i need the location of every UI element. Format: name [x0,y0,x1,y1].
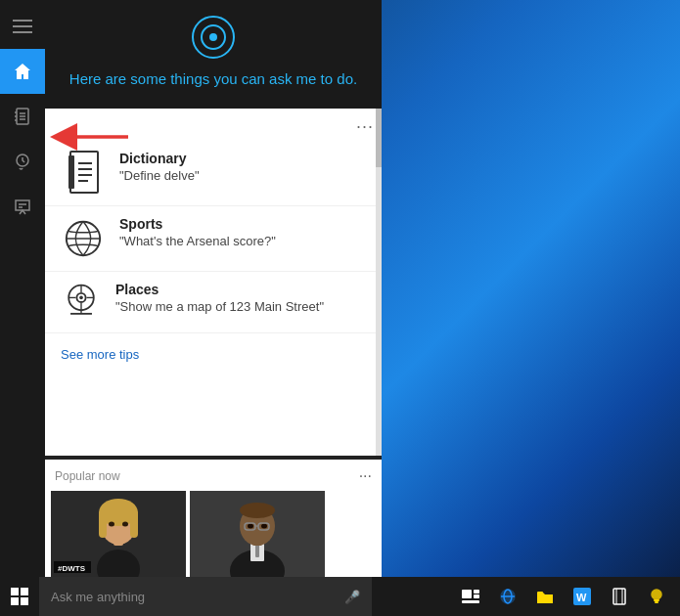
svg-rect-60 [474,590,479,594]
taskbar-search-bar[interactable]: Ask me anything 🎤 [39,577,372,616]
svg-rect-1 [13,25,32,27]
svg-point-23 [79,296,83,300]
cortana-logo-inner [201,24,226,50]
file-explorer-svg [536,589,554,604]
dictionary-icon [61,151,106,196]
sidebar-item-home[interactable] [0,49,45,94]
dictionary-tip-text: Dictionary "Define delve" [119,151,366,183]
see-more-tips-link[interactable]: See more tips [45,333,382,375]
svg-text:W: W [576,592,587,603]
svg-rect-35 [99,510,107,538]
sports-icon [61,216,106,261]
cortana-panel: Here are some things you can ask me to d… [0,0,382,577]
svg-point-48 [248,524,253,529]
svg-point-37 [109,522,114,527]
sports-title: Sports [119,216,366,232]
popular-images-container: #DWTS [45,491,382,577]
flash-svg [612,588,627,605]
svg-rect-62 [462,600,479,603]
taskbar-icons: W [455,577,680,616]
sidebar-item-reminders[interactable] [0,139,45,184]
internet-explorer-icon[interactable] [492,577,523,616]
tip-places: Places "Show me a map of 123 Main Street… [45,272,382,333]
svg-rect-13 [70,152,98,193]
svg-rect-55 [11,588,19,595]
task-view-icon[interactable] [455,577,486,616]
reminders-icon [13,152,32,171]
dictionary-desc: "Define delve" [119,168,366,183]
cortana-logo [192,16,235,59]
popular-now-section: Popular now ··· [45,460,382,577]
svg-rect-14 [68,155,74,189]
popular-image-2[interactable] [190,491,325,577]
person1-background: #DWTS [51,491,186,577]
home-icon [13,62,32,81]
places-desc: "Show me a map of 123 Main Street" [115,299,366,314]
word-svg: W [573,588,591,605]
places-svg [63,282,100,323]
taskbar: Ask me anything 🎤 [0,577,680,616]
places-icon [61,282,102,323]
popular-now-label: Popular now [55,469,120,483]
svg-text:#DWTS: #DWTS [58,564,86,573]
scroll-indicator[interactable] [376,109,382,456]
cortana-sidebar [0,0,45,577]
tips-header: ··· [45,109,382,141]
svg-point-72 [652,590,661,599]
sidebar-item-feedback[interactable] [0,184,45,229]
tips-more-button[interactable]: ··· [356,116,374,137]
places-title: Places [115,282,366,297]
tip-sports: Sports "What's the Arsenal score?" [45,206,382,272]
menu-icon [13,17,32,36]
search-placeholder: Ask me anything [51,590,145,604]
person2-illustration [190,491,325,577]
svg-rect-58 [21,597,28,605]
cortana-header: Here are some things you can ask me to d… [45,0,382,109]
person1-illustration: #DWTS [51,491,186,577]
cortana-logo-dot [209,33,217,41]
start-button[interactable] [0,577,39,616]
svg-rect-36 [130,510,138,538]
svg-rect-59 [462,590,472,598]
word-icon[interactable]: W [567,577,598,616]
microphone-icon[interactable]: 🎤 [344,590,360,604]
dictionary-title: Dictionary [119,151,366,166]
tips-card: ··· Dictionary "Define delve" [45,109,382,456]
svg-rect-57 [11,597,19,605]
svg-point-49 [261,524,267,529]
sports-tip-text: Sports "What's the Arsenal score?" [119,216,366,248]
svg-rect-74 [655,601,658,603]
file-explorer-icon[interactable] [529,577,561,616]
flash-icon[interactable] [604,577,635,616]
svg-rect-0 [13,20,32,22]
dictionary-svg [63,150,104,197]
svg-rect-73 [654,599,659,601]
task-view-svg [462,590,479,603]
svg-rect-66 [537,592,543,594]
sports-svg [63,218,104,259]
svg-rect-56 [21,588,28,595]
lightbulb-svg [649,588,664,605]
sports-desc: "What's the Arsenal score?" [119,234,366,248]
lightbulb-icon[interactable] [641,577,672,616]
svg-point-47 [240,503,275,518]
popular-more-button[interactable]: ··· [359,467,372,485]
cortana-main-content: Here are some things you can ask me to d… [45,0,382,577]
cortana-header-text: Here are some things you can ask me to d… [69,68,357,89]
sidebar-item-menu[interactable] [0,4,45,49]
svg-rect-2 [13,31,32,33]
tip-dictionary: Dictionary "Define delve" [45,141,382,206]
windows-logo-icon [11,588,28,605]
places-tip-text: Places "Show me a map of 123 Main Street… [115,282,366,314]
svg-rect-69 [613,589,625,604]
ie-svg [499,588,517,605]
person2-background [190,491,325,577]
notebook-icon [13,107,32,126]
popular-image-1[interactable]: #DWTS [51,491,186,577]
scroll-thumb [376,109,382,167]
popular-now-header: Popular now ··· [45,460,382,491]
svg-point-38 [122,522,128,527]
svg-rect-61 [474,594,479,598]
feedback-icon [13,197,32,216]
sidebar-item-notebook[interactable] [0,94,45,139]
